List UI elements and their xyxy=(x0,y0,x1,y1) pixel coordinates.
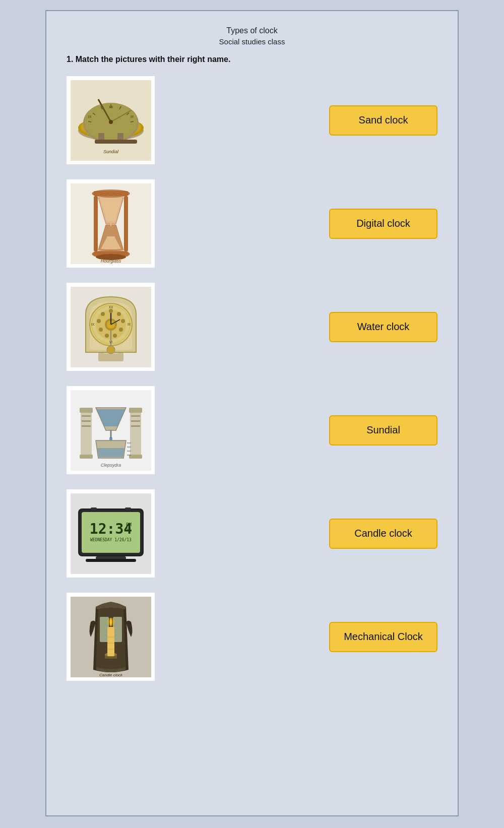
sandclock-image: Hourglass xyxy=(67,179,155,268)
label-candle-clock[interactable]: Candle clock xyxy=(329,519,437,549)
match-row-5: 12:34 PM 58 WEDNESDAY 1/26/13 Candle clo… xyxy=(67,489,437,578)
label-sand-clock[interactable]: Sand clock xyxy=(329,105,437,136)
svg-text:III: III xyxy=(128,323,131,326)
svg-rect-67 xyxy=(129,408,142,413)
digital-clock-image: 12:34 PM 58 WEDNESDAY 1/26/13 xyxy=(67,489,155,578)
svg-point-97 xyxy=(107,618,115,626)
page-title: Types of clock xyxy=(67,26,437,35)
hourglass-svg: Hourglass xyxy=(71,183,151,264)
svg-point-31 xyxy=(92,189,130,198)
svg-text:58: 58 xyxy=(126,528,131,532)
page-subtitle: Social studies class xyxy=(67,37,437,46)
svg-rect-88 xyxy=(86,559,136,562)
match-row-3: XII III VI IX Water clock xyxy=(67,283,437,371)
svg-text:Candle clock: Candle clock xyxy=(99,673,123,677)
candle-svg: Candle clock xyxy=(71,597,151,677)
svg-rect-66 xyxy=(130,410,141,456)
svg-rect-22 xyxy=(95,140,137,144)
sundial-image: XII III IX Sundial xyxy=(67,76,155,164)
svg-rect-71 xyxy=(131,425,140,427)
mechanical-svg: XII III VI IX xyxy=(71,287,151,367)
sundial-svg: XII III IX Sundial xyxy=(71,80,151,161)
svg-rect-69 xyxy=(131,415,140,417)
svg-text:WEDNESDAY 1/26/13: WEDNESDAY 1/26/13 xyxy=(90,538,132,542)
label-digital-clock[interactable]: Digital clock xyxy=(329,209,437,239)
candle-clock-image: Candle clock xyxy=(67,593,155,681)
instruction-text: 1. Match the pictures with their right n… xyxy=(67,55,437,64)
svg-point-47 xyxy=(97,319,101,323)
svg-rect-96 xyxy=(107,627,114,656)
match-row-1: XII III IX Sundial Sand clock xyxy=(67,76,437,164)
svg-rect-65 xyxy=(82,425,91,427)
svg-point-48 xyxy=(101,312,105,316)
match-row-4: Clepsydra Sundial xyxy=(67,386,437,474)
svg-point-40 xyxy=(109,309,113,313)
svg-text:VI: VI xyxy=(109,340,112,344)
svg-rect-64 xyxy=(82,420,91,422)
digital-svg: 12:34 PM 58 WEDNESDAY 1/26/13 xyxy=(71,493,151,574)
svg-text:Sundial: Sundial xyxy=(103,149,118,154)
svg-point-42 xyxy=(121,319,125,323)
svg-text:XII: XII xyxy=(108,305,113,309)
svg-rect-63 xyxy=(82,415,91,417)
svg-point-41 xyxy=(117,312,121,316)
label-water-clock[interactable]: Water clock xyxy=(329,312,437,342)
svg-rect-60 xyxy=(81,410,92,456)
match-row-2: Hourglass Digital clock xyxy=(67,179,437,268)
label-sundial[interactable]: Sundial xyxy=(329,415,437,445)
svg-text:Hourglass: Hourglass xyxy=(100,259,121,264)
svg-point-19 xyxy=(109,120,113,124)
svg-rect-70 xyxy=(131,420,140,422)
svg-point-44 xyxy=(113,334,117,338)
svg-text:PM: PM xyxy=(126,522,132,527)
svg-rect-90 xyxy=(125,507,131,510)
svg-point-43 xyxy=(119,328,123,332)
svg-point-46 xyxy=(99,328,103,332)
waterclock-image: Clepsydra xyxy=(67,386,155,474)
worksheet-page: Types of clock Social studies class 1. M… xyxy=(45,10,459,816)
waterclock-svg: Clepsydra xyxy=(71,390,151,471)
svg-rect-61 xyxy=(80,408,93,413)
svg-text:IX: IX xyxy=(91,323,94,326)
svg-rect-20 xyxy=(98,133,104,141)
label-mechanical-clock[interactable]: Mechanical Clock xyxy=(329,622,437,652)
svg-rect-27 xyxy=(94,196,98,251)
svg-rect-89 xyxy=(91,507,97,510)
svg-text:Clepsydra: Clepsydra xyxy=(100,463,121,468)
svg-rect-28 xyxy=(124,196,128,251)
match-row-6: Candle clock Mechanical Clock xyxy=(67,593,437,681)
svg-rect-21 xyxy=(117,133,123,141)
mechanical-clock-image: XII III VI IX xyxy=(67,283,155,371)
svg-point-52 xyxy=(107,346,115,354)
svg-point-45 xyxy=(105,334,109,338)
svg-rect-62 xyxy=(80,455,93,459)
